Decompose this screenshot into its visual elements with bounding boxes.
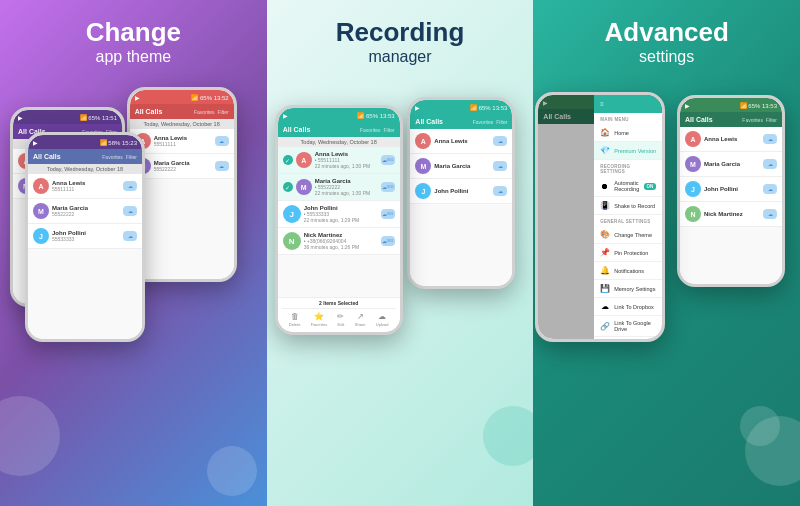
ci-p3b-3: J John Pollini ☁ <box>680 177 782 202</box>
toolbar-edit[interactable]: ✏ Edit <box>337 312 344 327</box>
date-bar-p2f: Today, Wednesday, October 18 <box>278 137 400 147</box>
phone-p2-front: ▶📶 65% 13:53 All Calls Favorites Filter … <box>275 105 403 335</box>
menu-section-recording: RECORDING SETTINGS <box>594 160 662 176</box>
menu-header: ≡ <box>594 95 662 113</box>
phone-p3-back-screen: ▶📶 65% 13:53 All Calls Favorites Filter … <box>680 98 782 284</box>
phone-p3-back: ▶📶 65% 13:53 All Calls Favorites Filter … <box>677 95 785 287</box>
toolbar-upload[interactable]: ☁ Upload <box>376 312 389 327</box>
phone-p2-front-screen: ▶📶 65% 13:53 All Calls Favorites Filter … <box>278 108 400 332</box>
header-title-p2f: All Calls <box>283 126 311 133</box>
call-list-p2b: A Anna Lewis ☁ M Maria Garcia ☁ <box>410 129 512 286</box>
bottom-toolbar-p2: 🗑 Delete ⭐ Favorites ✏ Edit ↗ <box>282 308 396 330</box>
toolbar-delete[interactable]: 🗑 Delete <box>289 312 301 327</box>
menu-notifications[interactable]: 🔔 Notifications <box>594 262 662 280</box>
call-item-b3: J John Pollini 55533333 ☁ <box>28 224 142 249</box>
av-p2f3: J <box>283 205 301 223</box>
phone-blue-screen: ▶📶 58% 15:23 All Calls Favorites Filter … <box>28 135 142 339</box>
panel1-title: Change app theme <box>86 18 181 67</box>
av-p2f4: N <box>283 232 301 250</box>
ci-p3b-1: A Anna Lewis ☁ <box>680 127 782 152</box>
menu-section-general: GENERAL SETTINGS <box>594 215 662 226</box>
menu-dropbox[interactable]: ☁ Link To Dropbox <box>594 298 662 316</box>
header-title-p2b: All Calls <box>415 118 443 125</box>
panel2-title: Recording manager <box>336 18 465 67</box>
status-bar-blue: ▶📶 58% 15:23 <box>28 135 142 149</box>
av-p2f2: M <box>296 179 312 195</box>
phone-p3-front: ▶📶 65% 13:53 All Calls Favorites Filter … <box>535 92 665 342</box>
header-title-red: All Calls <box>135 108 163 115</box>
date-bar-red: Today, Wednesday, October 18 <box>130 119 234 129</box>
menu-premium[interactable]: 💎 Premium Version <box>594 142 662 160</box>
call-item-b2: M Maria Garcia 55522222 ☁ <box>28 199 142 224</box>
toggle-auto-record[interactable]: ON <box>644 183 657 190</box>
header-tabs-p2f: Favorites Filter <box>360 127 395 133</box>
header-tabs-blue: Favorites Filter <box>102 154 137 160</box>
phone-p2-back-screen: ▶📶 65% 13:53 All Calls Favorites Filter … <box>410 100 512 286</box>
toolbar-share[interactable]: ↗ Share <box>355 312 366 327</box>
panel3-sub-word: settings <box>605 47 729 68</box>
ci-p3b-4: N Nick Martinez ☁ <box>680 202 782 227</box>
status-bar-red: ▶📶 65% 13:52 <box>130 90 234 104</box>
status-bar-p2b: ▶📶 65% 13:53 <box>410 100 512 114</box>
avatar-b1: A <box>33 178 49 194</box>
app-header-blue: All Calls Favorites Filter <box>28 149 142 164</box>
panel2-phones: ▶📶 65% 13:53 All Calls Favorites Filter … <box>267 77 534 506</box>
phone-p2-back: ▶📶 65% 13:53 All Calls Favorites Filter … <box>407 97 515 289</box>
panel3-main-word: Advanced <box>605 18 729 47</box>
call-list-red: Today, Wednesday, October 18 A Anna Lewi… <box>130 119 234 279</box>
panel-recording: Recording manager ▶📶 65% 13:53 All Calls… <box>267 0 534 506</box>
call-item-b1: A Anna Lewis 55511111 ☁ <box>28 174 142 199</box>
avatar-b2: M <box>33 203 49 219</box>
ci-p2b-2: M Maria Garcia ☁ <box>410 154 512 179</box>
menu-shake-record[interactable]: 📳 Shake to Record <box>594 197 662 215</box>
ci-p2b-3: J John Pollini ☁ <box>410 179 512 204</box>
menu-change-theme[interactable]: 🎨 Change Theme <box>594 226 662 244</box>
call-item-red-2: M Maria Garcia 55522222 ☁ <box>130 154 234 179</box>
check-p2f-2: ✓ <box>283 182 293 192</box>
panel3-title: Advanced settings <box>605 18 729 67</box>
app-header-p2f: All Calls Favorites Filter <box>278 122 400 137</box>
menu-auto-record[interactable]: ⏺ Automatic Recording ON <box>594 176 662 197</box>
menu-section-main: MAIN MENU <box>594 113 662 124</box>
menu-home[interactable]: 🏠 Home <box>594 124 662 142</box>
phone-red-screen: ▶📶 65% 13:52 All Calls Favorites Filter … <box>130 90 234 279</box>
call-list-p2f: ✓ A Anna Lewis • 55511111 22 minutes ago… <box>278 147 400 297</box>
menu-share-callu[interactable]: 📲 Share callU <box>594 337 662 339</box>
phone-blue: ▶📶 58% 15:23 All Calls Favorites Filter … <box>25 132 145 342</box>
av-p2b3: J <box>415 183 431 199</box>
ci-p2f-2: ✓ M Maria Garcia • 55522222 22 minutes a… <box>278 174 400 201</box>
panel3-phones: ▶📶 65% 13:53 All Calls Favorites Filter … <box>533 77 800 506</box>
panel2-main-word: Recording <box>336 18 465 47</box>
app-header-p3b: All Calls Favorites Filter <box>680 112 782 127</box>
side-menu: ≡ MAIN MENU 🏠 Home 💎 Premium Version REC… <box>594 95 662 339</box>
status-bar-p2f: ▶📶 65% 13:53 <box>278 108 400 122</box>
app-header-p2b: All Calls Favorites Filter <box>410 114 512 129</box>
panel1-main-word: Change <box>86 18 181 47</box>
call-item-red-1: A Anna Lewis 55511111 ☁ <box>130 129 234 154</box>
status-bar-p3b: ▶📶 65% 13:53 <box>680 98 782 112</box>
header-title-blue: All Calls <box>33 153 61 160</box>
av-p2b1: A <box>415 133 431 149</box>
avatar-b3: J <box>33 228 49 244</box>
panel1-sub-word: app theme <box>86 47 181 68</box>
header-tabs-red: Favorites Filter <box>194 109 229 115</box>
toolbar-favorites[interactable]: ⭐ Favorites <box>311 312 327 327</box>
menu-gdrive[interactable]: 🔗 Link To Google Drive <box>594 316 662 337</box>
date-bar-blue: Today, Wednesday, October 18 <box>28 164 142 174</box>
selected-label: 2 Items Selected <box>282 300 396 306</box>
menu-memory[interactable]: 💾 Memory Settings <box>594 280 662 298</box>
status-bar-purple: ▶📶 65% 13:51 <box>13 110 122 124</box>
ci-p3b-2: M Maria Garcia ☁ <box>680 152 782 177</box>
app-header-red: All Calls Favorites Filter <box>130 104 234 119</box>
panel-change-theme: Change app theme ▶📶 65% 13:52 All Calls … <box>0 0 267 506</box>
call-list-p3b: A Anna Lewis ☁ M Maria Garcia ☁ J John P… <box>680 127 782 284</box>
av-p2b2: M <box>415 158 431 174</box>
av-p2f1: A <box>296 152 312 168</box>
ci-p2f-3: J John Pollini • 55533333 22 minutes ago… <box>278 201 400 228</box>
check-p2f-1: ✓ <box>283 155 293 165</box>
panel1-phones: ▶📶 65% 13:52 All Calls Favorites Filter … <box>0 77 267 506</box>
ci-p2f-1: ✓ A Anna Lewis • 55511111 22 minutes ago… <box>278 147 400 174</box>
menu-pin-protection[interactable]: 📌 Pin Protection <box>594 244 662 262</box>
phone-p3-front-screen: ▶📶 65% 13:53 All Calls Favorites Filter … <box>538 95 662 339</box>
ci-p2b-1: A Anna Lewis ☁ <box>410 129 512 154</box>
